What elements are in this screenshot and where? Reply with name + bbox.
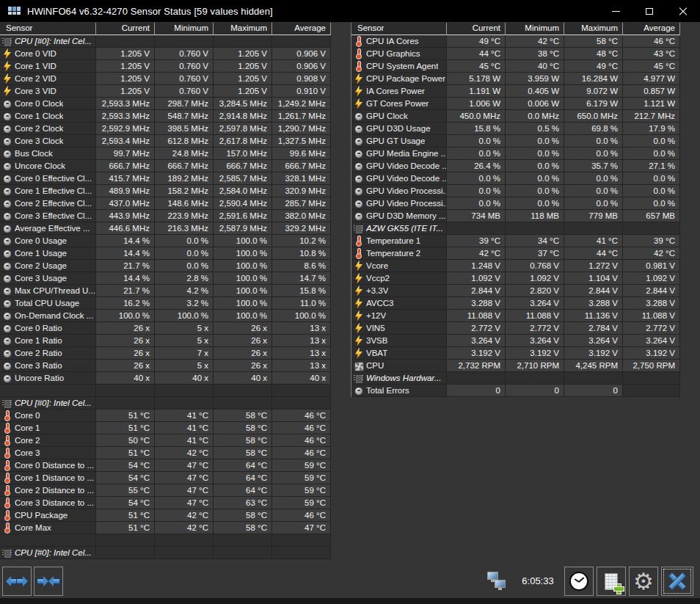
sensor-row[interactable]: CPU IA Cores49 °C42 °C58 °C46 °C [351, 35, 680, 48]
sensor-row[interactable]: Core 1 Usage14.4 %0.0 %100.0 %10.8 % [0, 247, 330, 260]
collapse-columns-button[interactable] [34, 567, 63, 596]
clock-gauge-icon [354, 211, 364, 222]
sensor-row[interactable]: GPU Video Decode ...26.4 %0.0 %35.7 %27.… [351, 160, 680, 172]
sensor-row[interactable]: Total CPU Usage16.2 %3.2 %100.0 %11.0 % [0, 297, 330, 310]
sensor-row[interactable]: Bus Clock99.7 MHz24.8 MHz157.0 MHz99.6 M… [0, 148, 330, 160]
column-header-sensor[interactable]: Sensor [0, 23, 96, 35]
sensor-row[interactable]: GT Cores Power1.006 W0.006 W6.179 W1.121… [351, 98, 680, 110]
sensor-row[interactable]: +12V11.088 V11.088 V11.136 V11.088 V [351, 310, 680, 322]
column-header-current[interactable]: Current [96, 23, 155, 35]
column-header-minimum[interactable]: Minimum [506, 23, 564, 35]
expand-columns-button[interactable] [2, 567, 32, 596]
sensor-row[interactable]: GPU Media Engine ...0.0 %0.0 %0.0 %0.0 % [351, 148, 680, 160]
sensor-row[interactable]: CPU Package Power5.178 W3.959 W16.284 W4… [351, 73, 680, 85]
sensor-group-row[interactable]: CPU [#0]: Intel Cel... [0, 397, 330, 410]
sensor-row[interactable]: Temperature 139 °C34 °C41 °C39 °C [351, 235, 680, 247]
settings-button[interactable]: ⚙ [629, 567, 658, 596]
sensor-row[interactable]: Vccp21.092 V1.092 V1.104 V1.092 V [351, 272, 680, 285]
sensor-row[interactable]: Core 2 Usage21.7 %0.0 %100.0 %8.6 % [0, 260, 330, 272]
sensor-row[interactable]: Core Max51 °C42 °C58 °C47 °C [0, 522, 330, 534]
sensor-row[interactable]: Core 0 Effective Cl...415.7 MHz189.2 MHz… [0, 172, 330, 185]
sensor-row[interactable]: Core 0 Ratio26 x5 x26 x13 x [0, 322, 330, 335]
sensor-row[interactable]: GPU Clock450.0 MHz0.0 MHz650.0 MHz212.7 … [351, 110, 680, 123]
sensor-row[interactable]: Core 1 Effective Cl...489.9 MHz158.2 MHz… [0, 185, 330, 197]
sensor-row[interactable]: Core 151 °C41 °C58 °C46 °C [0, 422, 330, 434]
sensor-row[interactable]: Core 0 VID1.205 V0.760 V1.205 V0.906 V [0, 48, 330, 60]
maximum-value: 40 x [214, 372, 272, 385]
sensor-row[interactable]: CPU System Agent45 °C40 °C49 °C45 °C [351, 60, 680, 73]
sensor-row[interactable]: Core 3 Usage14.4 %2.8 %100.0 %14.7 % [0, 272, 330, 285]
column-header-minimum[interactable]: Minimum [155, 23, 214, 35]
sensor-row[interactable]: VIN52.772 V2.772 V2.784 V2.772 V [351, 322, 680, 335]
sensor-row[interactable]: CPU Package51 °C42 °C58 °C46 °C [0, 509, 330, 522]
sensor-row[interactable]: GPU Video Decode ...0.0 %0.0 %0.0 %0.0 % [351, 172, 680, 185]
sensor-row[interactable]: Core 1 Ratio26 x5 x26 x13 x [0, 335, 330, 347]
report-button[interactable] [597, 567, 626, 596]
sensor-row[interactable]: Uncore Clock666.7 MHz666.7 MHz666.7 MHz6… [0, 160, 330, 172]
sensor-row[interactable]: Core 3 VID1.205 V0.760 V1.205 V0.910 V [0, 85, 330, 98]
sensor-row[interactable]: Vcore1.248 V0.768 V1.272 V0.981 V [351, 260, 680, 272]
sensor-row[interactable]: CPU2,732 RPM2,710 RPM4,245 RPM2,750 RPM [351, 360, 680, 372]
sensor-row[interactable]: IA Cores Power1.191 W0.405 W9.072 W0.857… [351, 85, 680, 98]
sensor-row[interactable]: Core 2 Ratio26 x7 x26 x13 x [0, 347, 330, 360]
column-header-maximum[interactable]: Maximum [564, 23, 623, 35]
sensor-row[interactable]: Uncore Ratio40 x40 x40 x40 x [0, 372, 330, 385]
sensor-row[interactable]: GPU Video Processi...0.0 %0.0 %0.0 %0.0 … [351, 197, 680, 210]
maximum-value: 3,284.5 MHz [214, 98, 272, 110]
sensor-row[interactable]: Core 1 Distance to ...54 °C47 °C64 °C59 … [0, 472, 330, 484]
clock-button[interactable] [564, 567, 594, 596]
sensor-row[interactable]: 3VSB3.264 V3.264 V3.264 V3.264 V [351, 335, 680, 347]
sensor-row[interactable]: GPU Video Processi...0.0 %0.0 %0.0 %0.0 … [351, 185, 680, 197]
sensor-row[interactable]: Core 2 Distance to ...55 °C47 °C64 °C59 … [0, 484, 330, 497]
column-header-average[interactable]: Average [623, 23, 680, 35]
minimum-value: 0.0 % [506, 172, 564, 185]
sensor-label: CPU [#0]: Intel Cel... [15, 399, 92, 407]
close-sensors-button[interactable] [661, 567, 693, 596]
minimum-value: 3.192 V [506, 347, 564, 360]
sensor-row[interactable]: On-Demand Clock ...100.0 %100.0 %100.0 %… [0, 310, 330, 322]
average-value: 3.192 V [623, 347, 680, 360]
current-value: 1.205 V [96, 85, 155, 98]
remote-monitoring-button[interactable] [482, 567, 511, 596]
close-button[interactable] [666, 0, 700, 22]
maximize-button[interactable] [632, 0, 666, 22]
sensor-row[interactable]: Core 051 °C41 °C58 °C46 °C [0, 410, 330, 422]
sensor-row[interactable]: Core 3 Effective Cl...443.9 MHz223.9 MHz… [0, 210, 330, 222]
column-header-current[interactable]: Current [447, 23, 506, 35]
sensor-row[interactable]: GPU D3D Memory ...734 MB118 MB779 MB657 … [351, 210, 680, 222]
sensor-row[interactable]: Core 2 VID1.205 V0.760 V1.205 V0.908 V [0, 73, 330, 85]
sensor-row[interactable]: Core 1 Clock2,593.3 MHz548.7 MHz2,914.8 … [0, 110, 330, 123]
sensor-row[interactable]: Total Errors000 [351, 385, 680, 397]
sensor-row[interactable]: Core 1 VID1.205 V0.760 V1.205 V0.906 V [0, 60, 330, 73]
sensor-row[interactable]: CPU Graphics44 °C38 °C48 °C43 °C [351, 48, 680, 60]
current-value: 5.178 W [447, 73, 506, 85]
sensor-row[interactable]: Max CPU/Thread U...21.7 %4.2 %100.0 %15.… [0, 285, 330, 297]
sensor-row[interactable]: Core 250 °C41 °C58 °C46 °C [0, 434, 330, 447]
sensor-group-row[interactable]: CPU [#0]: Intel Cel... [0, 35, 330, 48]
sensor-row[interactable]: Core 0 Clock2,593.3 MHz298.7 MHz3,284.5 … [0, 98, 330, 110]
minimize-button[interactable] [599, 0, 632, 22]
sensor-row[interactable]: Core 351 °C42 °C58 °C46 °C [0, 447, 330, 459]
sensor-row[interactable]: +3.3V2.844 V2.820 V2.844 V2.844 V [351, 285, 680, 297]
sensor-group-row[interactable]: AZW GK55 (ITE IT... [351, 222, 680, 235]
sensor-row[interactable]: GPU D3D Usage15.8 %0.5 %69.8 %17.9 % [351, 123, 680, 135]
sensor-row[interactable]: Core 2 Clock2,592.9 MHz398.5 MHz2,597.8 … [0, 123, 330, 135]
sensor-row[interactable]: Core 3 Distance to ...54 °C47 °C63 °C59 … [0, 497, 330, 509]
sensor-row[interactable]: Core 3 Ratio26 x5 x26 x13 x [0, 360, 330, 372]
sensor-cell: AVCC3 [351, 297, 447, 310]
sensor-group-row[interactable]: Windows Hardwar... [351, 372, 680, 385]
sensor-row[interactable]: Temperature 242 °C37 °C44 °C42 °C [351, 247, 680, 260]
sensor-row[interactable]: VBAT3.192 V3.192 V3.192 V3.192 V [351, 347, 680, 360]
column-header-maximum[interactable]: Maximum [214, 23, 272, 35]
sensor-row[interactable]: Core 2 Effective Cl...437.0 MHz148.6 MHz… [0, 197, 330, 210]
sensor-row[interactable]: Core 0 Usage14.4 %0.0 %100.0 %10.2 % [0, 235, 330, 247]
sensor-row[interactable]: Core 0 Distance to ...54 °C47 °C64 °C59 … [0, 459, 330, 472]
sensor-group-row[interactable]: CPU [#0]: Intel Cel... [0, 547, 330, 559]
average-value: 47 °C [272, 522, 331, 534]
sensor-row[interactable]: AVCC33.288 V3.264 V3.288 V3.288 V [351, 297, 680, 310]
column-header-sensor[interactable]: Sensor [351, 23, 447, 35]
column-header-average[interactable]: Average [272, 23, 331, 35]
sensor-row[interactable]: Average Effective ...446.6 MHz216.3 MHz2… [0, 222, 330, 235]
sensor-row[interactable]: Core 3 Clock2,593.4 MHz612.8 MHz2,617.8 … [0, 135, 330, 148]
sensor-row[interactable]: GPU GT Usage0.0 %0.0 %0.0 %0.0 % [351, 135, 680, 148]
